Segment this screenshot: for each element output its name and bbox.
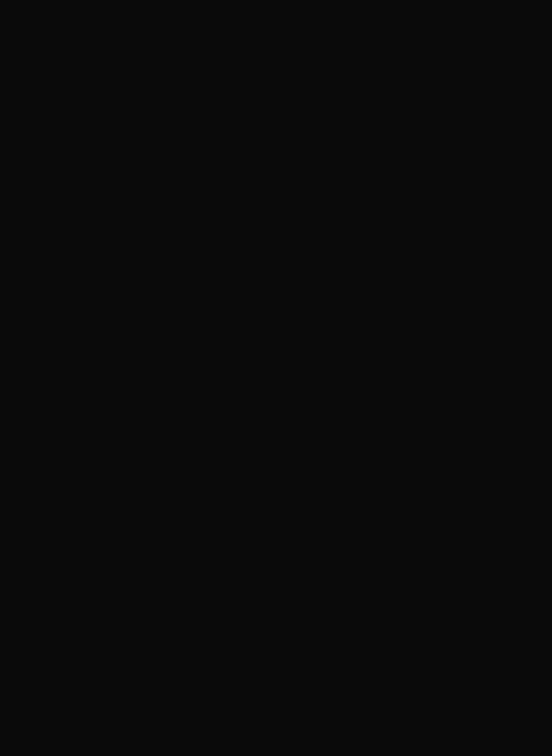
connecting-lines xyxy=(0,0,552,756)
org-chart xyxy=(0,0,552,756)
